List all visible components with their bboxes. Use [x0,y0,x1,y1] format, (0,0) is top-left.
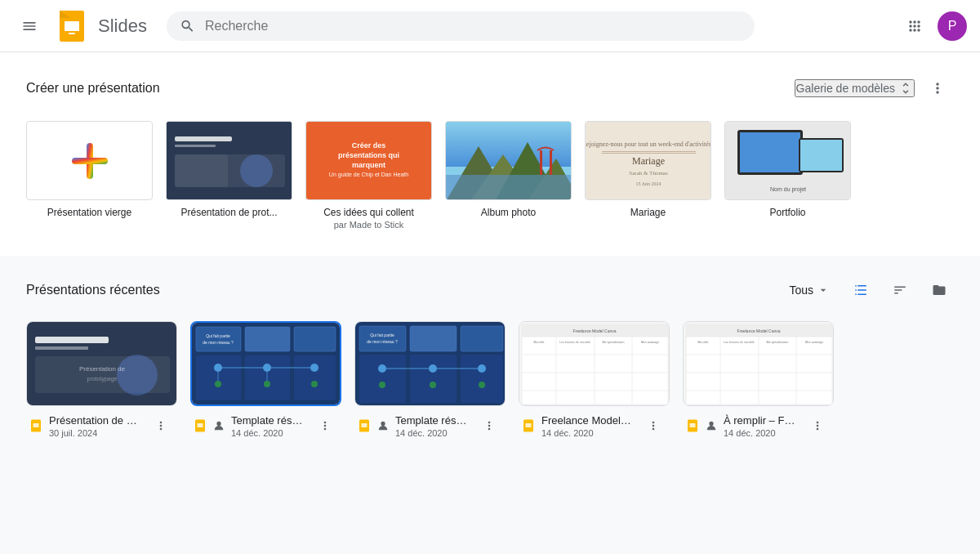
recent-thumb-4: Freelance Model Canva Ma cible Les besoi… [683,321,834,406]
recent-card-info-1: Template réseau 14 déc. 2020 [231,414,305,438]
svg-text:Mon avantage: Mon avantage [641,341,659,344]
recent-card-0[interactable]: Présentation de prototypage Présentation… [26,321,177,442]
template-proto-name: Présentation de prot... [166,207,292,218]
template-orange-name: Ces idées qui collent [305,207,432,218]
svg-point-61 [311,381,318,387]
template-card-portfolio[interactable]: Nom du projet Portfolio [724,121,851,230]
create-section: Créer une présentation Galerie de modèle… [0,52,980,256]
view-folder-button[interactable] [924,275,954,305]
svg-text:de mon réseau ?: de mon réseau ? [203,340,234,345]
svg-rect-19 [446,175,572,200]
search-icon [180,18,195,34]
avatar[interactable]: P [938,11,967,41]
recent-card-3[interactable]: Freelance Model Canva Ma cible Les besoi… [519,321,670,442]
svg-rect-120 [690,423,696,427]
recent-thumb-3: Freelance Model Canva Ma cible Les besoi… [519,321,670,406]
recent-card-info-0: Présentation de prototyp... 30 juil. 202… [49,414,141,438]
template-card-photo[interactable]: Album photo [445,121,572,230]
more-options-button[interactable] [921,72,954,105]
template-thumb-portfolio: Nom du projet [724,121,851,200]
recent-card-name-1: Template réseau [231,414,305,427]
svg-text:Les besoins de ma cible: Les besoins de ma cible [724,341,755,344]
more-button-4[interactable] [804,413,831,439]
recent-card-info-4: À remplir – Freelance Mo... 14 déc. 2020 [724,414,798,438]
filter-button[interactable]: Tous [782,280,836,300]
recent-card-date-2: 14 déc. 2020 [395,428,448,438]
recent-card-date-3: 14 déc. 2020 [541,428,594,438]
svg-text:Sarah & Thomas: Sarah & Thomas [629,170,668,176]
view-sort-button[interactable] [885,275,915,305]
view-list-button[interactable] [846,275,875,305]
svg-text:Présentation de: Présentation de [79,365,126,373]
svg-text:Mariage: Mariage [632,155,665,167]
svg-text:Qui fait partie: Qui fait partie [370,333,394,337]
recent-thumb-0: Présentation de prototypage [26,321,177,406]
svg-text:Freelance Model Canva: Freelance Model Canva [572,328,616,333]
svg-rect-26 [602,153,696,154]
more-button-1[interactable] [312,413,338,439]
recent-card-meta-3: 14 déc. 2020 [541,428,634,438]
template-thumb-photo [445,121,572,200]
svg-text:prototypage: prototypage [87,376,118,382]
slides-file-icon-2 [358,419,371,432]
recent-card-info-2: Template réseau 14 déc. 2020 [395,414,470,438]
recent-card-info-3: Freelance Model Canva •... 14 déc. 2020 [541,414,634,438]
recent-controls: Tous [782,275,954,305]
svg-point-78 [478,364,486,373]
svg-rect-73 [359,355,406,403]
slides-file-icon-0 [29,419,42,432]
svg-rect-74 [410,355,457,403]
recent-card-name-2: Template réseau [395,414,470,427]
svg-rect-52 [245,355,290,400]
recent-card-4[interactable]: Freelance Model Canva Ma cible Les besoi… [683,321,834,442]
svg-text:Ma cible: Ma cible [533,341,544,344]
template-thumb-blank [26,121,153,200]
recent-card-footer-0: Présentation de prototyp... 30 juil. 202… [26,406,177,442]
svg-point-12 [240,154,273,187]
recent-section-header: Présentations récentes Tous [26,275,954,305]
apps-button[interactable] [898,10,931,42]
filter-label: Tous [789,284,813,297]
svg-rect-48 [294,327,336,351]
svg-point-77 [429,364,437,373]
svg-rect-34 [800,140,842,171]
svg-text:Les besoins de ma cible: Les besoins de ma cible [559,341,590,344]
svg-point-86 [381,422,385,426]
recent-card-meta-2: 14 déc. 2020 [395,428,470,438]
template-card-proto[interactable]: Présentation de prot... [166,121,292,230]
svg-point-54 [214,364,222,372]
slides-file-icon-1 [194,419,207,432]
menu-button[interactable] [13,10,46,42]
search-input[interactable] [205,19,742,34]
svg-point-81 [379,382,385,388]
more-button-0[interactable] [148,413,174,439]
recent-card-footer-2: Template réseau 14 déc. 2020 [354,406,506,442]
svg-rect-2 [65,21,79,31]
svg-point-82 [430,382,436,388]
recent-card-meta-4: 14 déc. 2020 [724,428,798,438]
svg-point-59 [215,381,221,387]
svg-rect-70 [461,326,503,351]
recent-card-2[interactable]: Qui fait partie de mon réseau ? [354,321,506,442]
svg-text:15 Juin 2024: 15 Juin 2024 [635,181,661,186]
orange-thumb-text: Créer desprésentations quimarquentUn gui… [329,141,408,180]
recent-card-footer-1: Template réseau 14 déc. 2020 [190,406,341,442]
more-button-2[interactable] [476,413,502,439]
recent-thumb-1: Qui fait partie de mon réseau ? [190,321,341,406]
svg-text:Mon avantage: Mon avantage [805,341,823,344]
svg-point-66 [216,422,220,426]
create-section-title: Créer une présentation [26,81,160,96]
search-bar [167,11,755,41]
svg-rect-85 [362,423,368,427]
create-section-header: Créer une présentation Galerie de modèle… [26,72,954,105]
svg-text:Nom du projet: Nom du projet [770,186,806,193]
header-left: Slides [13,10,147,42]
template-card-mariage[interactable]: Rejoignez-nous pour tout un week-end d'a… [585,121,711,230]
more-button-3[interactable] [640,413,666,439]
svg-rect-25 [602,151,696,152]
template-card-blank[interactable]: Présentation vierge [26,121,153,230]
svg-rect-65 [198,423,203,427]
recent-card-1[interactable]: Qui fait partie de mon réseau ? [190,321,341,442]
template-card-orange[interactable]: Créer desprésentations quimarquentUn gui… [305,121,432,230]
gallery-button[interactable]: Galerie de modèles [795,79,915,97]
